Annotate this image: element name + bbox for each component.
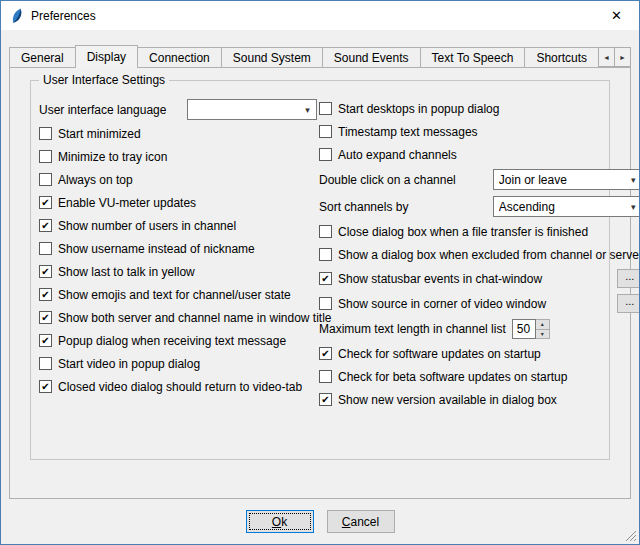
checkbox-box[interactable]: ✔	[319, 347, 332, 360]
checkbox-box[interactable]	[39, 127, 52, 140]
app-icon	[9, 8, 25, 24]
checkbox-box[interactable]: ✔	[39, 196, 52, 209]
checkbox-label: Show new version available in dialog box	[338, 393, 557, 407]
checkbox-label: Start minimized	[58, 127, 141, 141]
checkbox-new-version-dialog[interactable]: ✔ Show new version available in dialog b…	[319, 388, 640, 411]
cancel-button[interactable]: Cancel	[327, 510, 395, 533]
checkbox-video-popup[interactable]: Start video in popup dialog	[39, 352, 317, 375]
checkbox-timestamp-messages[interactable]: Timestamp text messages	[319, 120, 640, 143]
checkbox-label: Minimize to tray icon	[58, 150, 167, 164]
checkbox-box[interactable]	[319, 225, 332, 238]
max-text-length-label: Maximum text length in channel list	[319, 322, 506, 336]
dialog-buttons: Ok Cancel	[1, 510, 639, 533]
checkbox-label: Show a dialog box when excluded from cha…	[338, 248, 640, 262]
max-text-length-spinner[interactable]: 50 ▴ ▾	[512, 319, 550, 339]
left-column: User interface language ▾ Start minimize…	[39, 97, 317, 411]
tab-scroll-control: ◄ ►	[598, 47, 631, 67]
max-text-length-value[interactable]: 50	[512, 319, 536, 339]
spinner-up-button[interactable]: ▴	[536, 319, 550, 329]
language-dropdown[interactable]: ▾	[187, 99, 317, 120]
spinner-down-button[interactable]: ▾	[536, 329, 550, 340]
checkbox-label: Check for software updates on startup	[338, 347, 541, 361]
checkbox-box[interactable]	[39, 150, 52, 163]
checkbox-always-on-top[interactable]: Always on top	[39, 168, 317, 191]
statusbar-events-options-button[interactable]: ...	[617, 269, 640, 288]
tab-shortcuts[interactable]: Shortcuts	[524, 47, 599, 67]
chevron-down-icon: ▾	[625, 175, 640, 185]
checkbox-box[interactable]: ✔	[39, 380, 52, 393]
ok-button-label: Ok	[272, 515, 287, 529]
checkbox-show-user-count[interactable]: ✔ Show number of users in channel	[39, 214, 317, 237]
checkbox-video-source-corner[interactable]	[319, 297, 332, 310]
checkbox-update-check[interactable]: ✔ Check for software updates on startup	[319, 342, 640, 365]
max-text-length-row: Maximum text length in channel list 50 ▴…	[319, 316, 640, 342]
checkbox-popup-text-message[interactable]: ✔ Popup dialog when receiving text messa…	[39, 329, 317, 352]
tab-general[interactable]: General	[9, 47, 76, 67]
checkbox-box[interactable]: ✔	[39, 219, 52, 232]
checkbox-box[interactable]: ✔	[39, 265, 52, 278]
checkbox-label: Check for beta software updates on start…	[338, 370, 567, 384]
checkbox-excluded-dialog[interactable]: Show a dialog box when excluded from cha…	[319, 243, 640, 266]
checkbox-label: Show statusbar events in chat-window	[338, 272, 542, 286]
checkbox-box[interactable]	[39, 242, 52, 255]
checkbox-show-username[interactable]: Show username instead of nickname	[39, 237, 317, 260]
checkbox-emojis-text-state[interactable]: ✔ Show emojis and text for channel/user …	[39, 283, 317, 306]
checkbox-close-on-transfer[interactable]: Close dialog box when a file transfer is…	[319, 220, 640, 243]
tab-text-to-speech[interactable]: Text To Speech	[420, 47, 526, 67]
display-tab-page: User Interface Settings User interface l…	[9, 67, 631, 499]
double-click-dropdown[interactable]: Join or leave ▾	[493, 169, 640, 190]
sort-channels-row: Sort channels by Ascending ▾	[319, 193, 640, 220]
checkbox-box[interactable]	[319, 370, 332, 383]
checkbox-beta-update-check[interactable]: Check for beta software updates on start…	[319, 365, 640, 388]
checkbox-box[interactable]	[319, 125, 332, 138]
checkbox-label: Always on top	[58, 173, 133, 187]
checkbox-label: Show source in corner of video window	[338, 297, 546, 311]
checkbox-auto-expand-channels[interactable]: Auto expand channels	[319, 143, 640, 166]
sort-channels-label: Sort channels by	[319, 200, 408, 214]
checkbox-box[interactable]	[319, 102, 332, 115]
tab-connection[interactable]: Connection	[137, 47, 222, 67]
checkbox-server-channel-title[interactable]: ✔ Show both server and channel name in w…	[39, 306, 317, 329]
checkbox-vu-meter-updates[interactable]: ✔ Enable VU-meter updates	[39, 191, 317, 214]
checkbox-label: Enable VU-meter updates	[58, 196, 196, 210]
double-click-row: Double click on a channel Join or leave …	[319, 166, 640, 193]
group-title: User Interface Settings	[39, 73, 169, 87]
checkbox-start-minimized[interactable]: Start minimized	[39, 122, 317, 145]
checkbox-box[interactable]	[319, 248, 332, 261]
checkbox-label: Show number of users in channel	[58, 219, 236, 233]
ok-button[interactable]: Ok	[246, 510, 314, 533]
checkbox-box[interactable]: ✔	[319, 393, 332, 406]
user-interface-settings-group: User Interface Settings User interface l…	[30, 80, 610, 460]
window-title: Preferences	[31, 9, 96, 23]
tab-scroll-left-button[interactable]: ◄	[598, 47, 615, 67]
tab-sound-events[interactable]: Sound Events	[322, 47, 421, 67]
checkbox-video-return-tab[interactable]: ✔ Closed video dialog should return to v…	[39, 375, 317, 398]
checkbox-statusbar-events[interactable]: ✔	[319, 272, 332, 285]
checkbox-label: Show emojis and text for channel/user st…	[58, 288, 291, 302]
resize-grip[interactable]	[625, 530, 637, 542]
tab-bar: General Display Connection Sound System …	[9, 45, 631, 68]
checkbox-desktops-popup[interactable]: Start desktops in popup dialog	[319, 97, 640, 120]
sort-channels-dropdown[interactable]: Ascending ▾	[493, 196, 640, 217]
checkbox-box[interactable]: ✔	[39, 334, 52, 347]
checkbox-label: Close dialog box when a file transfer is…	[338, 225, 588, 239]
checkbox-box[interactable]: ✔	[39, 288, 52, 301]
checkbox-label: Show username instead of nickname	[58, 242, 255, 256]
checkbox-last-talk-yellow[interactable]: ✔ Show last to talk in yellow	[39, 260, 317, 283]
tab-display[interactable]: Display	[75, 45, 138, 68]
checkbox-label: Show both server and channel name in win…	[58, 311, 332, 325]
title-bar: Preferences ✕	[1, 1, 639, 30]
chevron-down-icon: ▾	[299, 105, 316, 115]
checkbox-box[interactable]: ✔	[39, 311, 52, 324]
checkbox-box[interactable]	[319, 148, 332, 161]
checkbox-minimize-to-tray[interactable]: Minimize to tray icon	[39, 145, 317, 168]
video-source-options-button[interactable]: ...	[617, 294, 640, 313]
checkbox-box[interactable]	[39, 173, 52, 186]
tab-sound-system[interactable]: Sound System	[221, 47, 323, 67]
close-button[interactable]: ✕	[594, 1, 639, 30]
sort-channels-value: Ascending	[499, 200, 555, 214]
double-click-label: Double click on a channel	[319, 173, 456, 187]
checkbox-box[interactable]	[39, 357, 52, 370]
tab-scroll-right-button[interactable]: ►	[614, 47, 631, 67]
checkbox-label: Show last to talk in yellow	[58, 265, 195, 279]
